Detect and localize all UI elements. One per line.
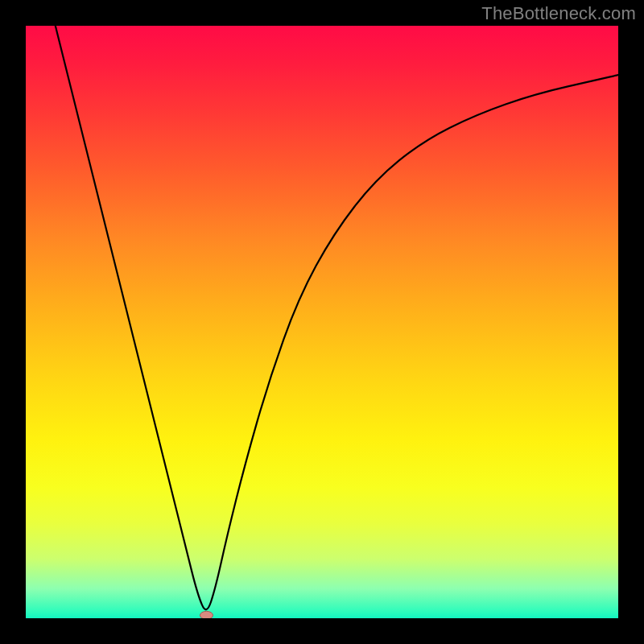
bottleneck-curve xyxy=(56,26,618,609)
plot-svg xyxy=(26,26,618,618)
chart-frame: TheBottleneck.com xyxy=(0,0,644,644)
watermark-text: TheBottleneck.com xyxy=(481,3,636,24)
minimum-marker xyxy=(200,611,213,618)
plot-area xyxy=(26,26,618,618)
